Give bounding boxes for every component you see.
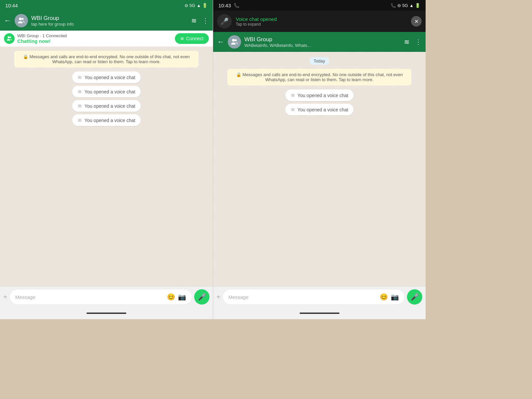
left-connect-button[interactable]: ≋ Connect [175,33,209,44]
right-back-button[interactable]: ← [217,38,224,46]
right-header-icons: ≋ ⋮ [404,38,422,46]
wave-icon-2: ≋ [77,88,82,95]
left-voice-msg-3[interactable]: ≋ You opened a voice chat [72,100,141,112]
right-message-input-container[interactable]: Message 😊 📷 [223,290,404,304]
right-menu-icon[interactable]: ⋮ [415,38,422,46]
right-nav-bar [213,307,426,319]
right-lock-icon: 🔒 [236,72,241,77]
left-encryption-notice[interactable]: 🔒 Messages and calls are end-to-end encr… [14,51,199,67]
right-voice-msg-text-1: You opened a voice chat [298,93,348,98]
left-plus-icon[interactable]: + [3,293,7,301]
call-icon: 📞 [234,3,239,8]
battery-icon: 🔋 [202,3,207,8]
notification-text: Voice chat opened Tap to expand [236,16,407,27]
left-status-icons: ⊖ 5G ▲ 🔋 [185,3,207,8]
left-voice-msg-1[interactable]: ≋ You opened a voice chat [72,71,141,83]
left-camera-icon[interactable]: 📷 [178,293,186,301]
right-wave-icon-2: ≋ [291,106,295,113]
right-group-name: WBI Group [244,36,401,43]
left-message-placeholder: Message [15,294,36,300]
svg-point-3 [10,37,11,38]
voice-chat-notification-bar[interactable]: 🎤 Voice chat opened Tap to expand ✕ [213,11,426,32]
right-plus-icon[interactable]: + [216,293,220,301]
left-status-bar: 10:44 ⊖ 5G ▲ 🔋 [0,0,213,11]
right-wave-icon-1: ≋ [291,92,295,98]
signal-icon: ⊖ [185,3,188,8]
svg-point-1 [22,18,24,20]
left-mic-button[interactable]: 🎤 [194,289,209,305]
left-encryption-text: Messages and calls are end-to-end encryp… [30,54,190,64]
left-emoji-icon[interactable]: 😊 [167,293,175,301]
right-voice-msg-text-2: You opened a voice chat [298,107,348,112]
right-voice-msg-2[interactable]: ≋ You opened a voice chat [285,104,354,115]
right-camera-icon[interactable]: 📷 [391,293,399,301]
left-voice-msg-text-3: You opened a voice chat [84,103,135,109]
left-mic-icon: 🎤 [198,293,206,301]
network-icon: ▲ [197,3,201,8]
voice-chat-tap-expand: Tap to expand [236,22,407,27]
left-group-small-avatar [4,33,15,44]
connect-wave-icon: ≋ [180,36,184,41]
right-battery-icon: 🔋 [415,3,420,8]
right-signal-icon: ⊖ [397,3,401,8]
left-waveform-icon[interactable]: ≋ [191,17,197,25]
left-header-icons: ≋ ⋮ [191,17,209,25]
left-time: 10:44 [5,3,18,8]
left-chat-header: ← WBI Group tap here for group info ≋ ⋮ [0,11,213,31]
right-time: 10:43 [218,3,231,8]
wave-icon-1: ≋ [77,74,82,80]
right-mic-button[interactable]: 🎤 [407,289,422,305]
right-encryption-notice[interactable]: 🔒 Messages and calls are end-to-end encr… [227,69,412,85]
right-input-bar: + Message 😊 📷 🎤 [213,286,426,307]
left-chat-area: 🔒 Messages and calls are end-to-end encr… [0,47,213,286]
right-status-bar: 10:43 📞 📞 ⊖ 5G ▲ 🔋 [213,0,426,11]
left-group-name: WBI Group [31,15,188,22]
right-group-avatar [228,35,241,49]
svg-point-5 [235,39,237,41]
left-tap-info: tap here for group info [31,22,188,27]
right-message-placeholder: Message [228,294,249,300]
right-chat-header: ← WBI Group WABetaInfo, WABetaInfo, What… [213,32,426,52]
left-phone-screen: 10:44 ⊖ 5G ▲ 🔋 ← WBI Group tap h [0,0,213,319]
left-nav-bar [0,307,213,319]
notification-close-button[interactable]: ✕ [411,16,422,27]
right-header-info[interactable]: WBI Group WABetaInfo, WABetaInfo, Whats… [244,36,401,48]
left-group-info: WBI Group · 1 Connected Chatting now! [17,33,172,44]
notification-mic-icon: 🎤 [220,17,229,25]
wave-icon-3: ≋ [77,103,82,109]
right-call-icon: 📞 [391,3,396,8]
left-input-bar: + Message 😊 📷 🎤 [0,286,213,307]
left-group-banner: WBI Group · 1 Connected Chatting now! ≋ … [0,31,213,47]
left-chatting-now: Chatting now! [17,38,172,44]
right-chat-area: Today 🔒 Messages and calls are end-to-en… [213,52,426,286]
left-header-info[interactable]: WBI Group tap here for group info [31,15,188,27]
left-message-input-container[interactable]: Message 😊 📷 [10,290,192,304]
right-voice-msg-1[interactable]: ≋ You opened a voice chat [285,89,354,101]
left-group-avatar [15,14,28,27]
wave-icon-4: ≋ [77,117,82,123]
left-voice-msg-text-4: You opened a voice chat [84,118,135,123]
right-subtitle: WABetaInfo, WABetaInfo, Whats… [244,43,401,48]
left-back-button[interactable]: ← [4,16,11,25]
notification-mic-button[interactable]: 🎤 [217,14,232,29]
right-5g-icon: 5G [402,3,408,8]
right-waveform-icon[interactable]: ≋ [404,38,410,46]
right-status-icons: 📞 ⊖ 5G ▲ 🔋 [391,3,420,8]
right-nav-indicator [300,313,339,314]
left-voice-msg-2[interactable]: ≋ You opened a voice chat [72,86,141,97]
right-network-icon: ▲ [409,3,414,8]
svg-point-0 [19,18,22,20]
right-phone-screen: 10:43 📞 📞 ⊖ 5G ▲ 🔋 🎤 Voice chat opened T… [213,0,426,319]
5g-icon: 5G [190,3,195,8]
svg-point-2 [8,36,10,38]
lock-icon: 🔒 [23,54,28,59]
left-voice-msg-4[interactable]: ≋ You opened a voice chat [72,114,141,126]
left-connected-text: WBI Group · 1 Connected [17,33,172,38]
right-emoji-icon[interactable]: 😊 [380,293,388,301]
left-menu-icon[interactable]: ⋮ [202,17,209,25]
close-x-icon: ✕ [414,18,419,25]
svg-point-4 [232,39,235,42]
right-encryption-text: Messages and calls are end-to-end encryp… [242,72,403,82]
voice-chat-opened-title: Voice chat opened [236,16,407,22]
left-voice-msg-text-2: You opened a voice chat [84,89,135,94]
